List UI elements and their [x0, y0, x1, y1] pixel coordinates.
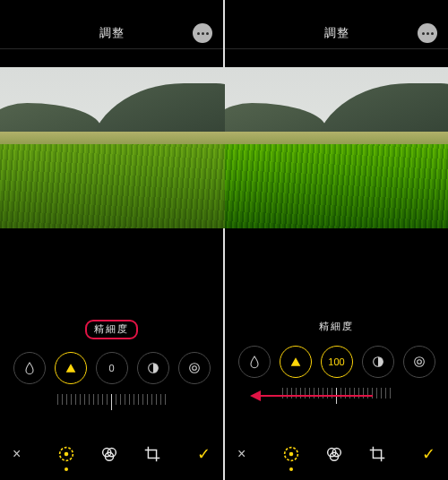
svg-point-9 [414, 357, 424, 367]
dial-value[interactable]: 100 [321, 346, 353, 378]
adjust-icon [281, 444, 301, 464]
done-button[interactable]: ✓ [422, 444, 435, 464]
dial-definition[interactable] [55, 352, 87, 384]
topbar: 調整 [225, 0, 448, 48]
svg-point-12 [289, 452, 293, 457]
tab-crop[interactable] [141, 442, 164, 466]
droplet-icon [22, 361, 37, 375]
topbar-title: 調整 [99, 25, 125, 48]
param-label-text: 精細度 [85, 320, 138, 339]
photo[interactable] [0, 67, 225, 228]
param-label: 精細度 [225, 320, 448, 333]
dial-definition[interactable] [280, 346, 312, 378]
arrow-left-icon [250, 390, 261, 401]
svg-point-1 [189, 364, 199, 373]
tab-adjust[interactable] [280, 442, 303, 466]
dial-exposure[interactable] [13, 352, 46, 384]
screen-right: 調整 精細度 [225, 0, 448, 480]
topbar-title: 調整 [324, 25, 349, 48]
photo[interactable] [225, 67, 448, 228]
svg-point-4 [64, 452, 68, 457]
dial-value-text: 100 [328, 356, 344, 367]
half-circle-icon [146, 361, 160, 375]
dial-row: 100 [225, 346, 448, 378]
photo-area [225, 67, 448, 313]
active-tab-indicator [289, 467, 293, 471]
cancel-button[interactable]: × [237, 446, 246, 462]
droplet-icon [247, 355, 262, 369]
slider-ruler[interactable] [246, 385, 426, 407]
param-label: 精細度 [0, 320, 223, 339]
topbar: 調整 [0, 0, 223, 48]
triangle-icon [289, 355, 303, 369]
param-label-text: 精細度 [319, 321, 354, 331]
crop-icon [142, 444, 162, 464]
dial-contrast[interactable] [362, 346, 394, 378]
tab-crop[interactable] [366, 442, 389, 466]
dial-row: 0 [0, 352, 223, 384]
svg-point-2 [192, 366, 196, 371]
ruler-ticks [57, 394, 166, 410]
dial-vignette[interactable] [178, 352, 211, 384]
svg-point-10 [417, 360, 421, 364]
screen-left: 調整 精細度 [0, 0, 223, 480]
dial-contrast[interactable] [137, 352, 169, 384]
tab-filters[interactable] [323, 442, 346, 466]
active-tab-indicator [65, 467, 68, 471]
more-icon [422, 32, 425, 35]
cancel-button[interactable]: × [13, 446, 21, 462]
adjust-icon [56, 444, 76, 464]
done-button[interactable]: ✓ [197, 444, 211, 464]
dial-exposure[interactable] [238, 346, 271, 378]
ring-icon [412, 355, 426, 369]
triangle-icon [64, 361, 78, 375]
crop-icon [367, 444, 387, 464]
divider [0, 48, 223, 49]
screenshot-pair: 調整 精細度 [0, 0, 448, 480]
half-circle-icon [371, 355, 385, 369]
dial-vignette[interactable] [403, 346, 435, 378]
filters-icon [324, 444, 344, 464]
divider [225, 48, 448, 49]
more-icon [197, 32, 200, 35]
bottom-bar: × ✓ [225, 433, 448, 475]
photo-area [0, 67, 223, 313]
dial-value[interactable]: 0 [96, 352, 128, 384]
dial-value-text: 0 [108, 363, 114, 373]
bottom-bar: × ✓ [0, 433, 223, 475]
ring-icon [187, 361, 202, 375]
more-button[interactable] [193, 23, 212, 43]
tab-adjust[interactable] [55, 442, 78, 466]
slider-ruler[interactable] [22, 391, 202, 413]
filters-icon [99, 444, 119, 464]
more-button[interactable] [418, 23, 437, 43]
tab-filters[interactable] [98, 442, 121, 466]
